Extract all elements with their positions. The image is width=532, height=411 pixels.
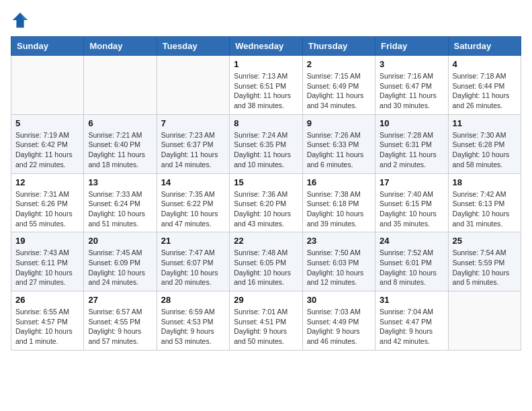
day-info: Sunrise: 6:55 AM Sunset: 4:57 PM Dayligh… <box>15 307 79 347</box>
day-number: 11 <box>453 118 517 128</box>
calendar-cell: 18Sunrise: 7:42 AM Sunset: 6:13 PM Dayli… <box>448 173 521 232</box>
calendar-cell: 13Sunrise: 7:33 AM Sunset: 6:24 PM Dayli… <box>84 173 157 232</box>
day-info: Sunrise: 7:21 AM Sunset: 6:40 PM Dayligh… <box>88 130 152 170</box>
day-number: 29 <box>234 295 298 305</box>
calendar-cell <box>157 56 229 115</box>
day-number: 2 <box>307 59 371 69</box>
day-number: 17 <box>380 177 443 187</box>
day-header-tuesday: Tuesday <box>157 37 229 56</box>
day-info: Sunrise: 7:40 AM Sunset: 6:15 PM Dayligh… <box>380 189 443 229</box>
calendar-cell: 26Sunrise: 6:55 AM Sunset: 4:57 PM Dayli… <box>11 291 84 351</box>
day-number: 10 <box>380 118 443 128</box>
page-header <box>11 11 521 30</box>
day-header-thursday: Thursday <box>302 37 375 56</box>
day-info: Sunrise: 7:30 AM Sunset: 6:28 PM Dayligh… <box>453 130 517 170</box>
calendar-cell: 17Sunrise: 7:40 AM Sunset: 6:15 PM Dayli… <box>375 173 448 232</box>
calendar-week-row: 1Sunrise: 7:13 AM Sunset: 6:51 PM Daylig… <box>11 56 521 115</box>
calendar-cell: 27Sunrise: 6:57 AM Sunset: 4:55 PM Dayli… <box>84 291 157 351</box>
day-header-friday: Friday <box>375 37 448 56</box>
day-number: 1 <box>234 59 298 69</box>
day-info: Sunrise: 7:33 AM Sunset: 6:24 PM Dayligh… <box>88 189 152 229</box>
calendar-cell: 6Sunrise: 7:21 AM Sunset: 6:40 PM Daylig… <box>84 114 157 173</box>
day-number: 15 <box>234 177 298 187</box>
calendar-header-row: SundayMondayTuesdayWednesdayThursdayFrid… <box>11 37 521 56</box>
calendar-cell: 11Sunrise: 7:30 AM Sunset: 6:28 PM Dayli… <box>448 114 521 173</box>
day-info: Sunrise: 7:18 AM Sunset: 6:44 PM Dayligh… <box>453 71 517 111</box>
day-info: Sunrise: 7:54 AM Sunset: 5:59 PM Dayligh… <box>453 248 517 287</box>
day-number: 6 <box>88 118 152 128</box>
day-info: Sunrise: 7:38 AM Sunset: 6:18 PM Dayligh… <box>307 189 371 229</box>
calendar-cell: 12Sunrise: 7:31 AM Sunset: 6:26 PM Dayli… <box>11 173 84 232</box>
logo <box>11 11 32 30</box>
calendar-cell: 30Sunrise: 7:03 AM Sunset: 4:49 PM Dayli… <box>302 291 375 351</box>
day-info: Sunrise: 7:13 AM Sunset: 6:51 PM Dayligh… <box>234 71 298 111</box>
day-info: Sunrise: 7:35 AM Sunset: 6:22 PM Dayligh… <box>161 189 225 229</box>
calendar-cell <box>11 56 84 115</box>
day-info: Sunrise: 7:04 AM Sunset: 4:47 PM Dayligh… <box>380 307 443 347</box>
day-number: 24 <box>380 236 443 246</box>
day-info: Sunrise: 7:47 AM Sunset: 6:07 PM Dayligh… <box>161 248 225 287</box>
calendar-cell: 22Sunrise: 7:48 AM Sunset: 6:05 PM Dayli… <box>230 232 302 291</box>
calendar-table: SundayMondayTuesdayWednesdayThursdayFrid… <box>11 36 521 351</box>
day-info: Sunrise: 7:50 AM Sunset: 6:03 PM Dayligh… <box>307 248 371 287</box>
day-info: Sunrise: 7:16 AM Sunset: 6:47 PM Dayligh… <box>380 71 443 111</box>
calendar-cell: 10Sunrise: 7:28 AM Sunset: 6:31 PM Dayli… <box>375 114 448 173</box>
calendar-cell: 8Sunrise: 7:24 AM Sunset: 6:35 PM Daylig… <box>230 114 302 173</box>
day-info: Sunrise: 7:42 AM Sunset: 6:13 PM Dayligh… <box>453 189 517 229</box>
day-number: 8 <box>234 118 298 128</box>
calendar-week-row: 19Sunrise: 7:43 AM Sunset: 6:11 PM Dayli… <box>11 232 521 291</box>
calendar-cell: 9Sunrise: 7:26 AM Sunset: 6:33 PM Daylig… <box>302 114 375 173</box>
day-number: 16 <box>307 177 371 187</box>
calendar-cell: 7Sunrise: 7:23 AM Sunset: 6:37 PM Daylig… <box>157 114 229 173</box>
calendar-week-row: 12Sunrise: 7:31 AM Sunset: 6:26 PM Dayli… <box>11 173 521 232</box>
calendar-cell: 21Sunrise: 7:47 AM Sunset: 6:07 PM Dayli… <box>157 232 229 291</box>
day-info: Sunrise: 7:19 AM Sunset: 6:42 PM Dayligh… <box>15 130 79 170</box>
day-number: 27 <box>88 295 152 305</box>
day-info: Sunrise: 7:15 AM Sunset: 6:49 PM Dayligh… <box>307 71 371 111</box>
day-number: 21 <box>161 236 225 246</box>
calendar-cell: 4Sunrise: 7:18 AM Sunset: 6:44 PM Daylig… <box>448 56 521 115</box>
calendar-cell: 28Sunrise: 6:59 AM Sunset: 4:53 PM Dayli… <box>157 291 229 351</box>
calendar-cell <box>84 56 157 115</box>
day-number: 19 <box>15 236 79 246</box>
calendar-cell: 24Sunrise: 7:52 AM Sunset: 6:01 PM Dayli… <box>375 232 448 291</box>
day-info: Sunrise: 7:23 AM Sunset: 6:37 PM Dayligh… <box>161 130 225 170</box>
day-header-saturday: Saturday <box>448 37 521 56</box>
day-info: Sunrise: 7:01 AM Sunset: 4:51 PM Dayligh… <box>234 307 298 347</box>
calendar-cell: 20Sunrise: 7:45 AM Sunset: 6:09 PM Dayli… <box>84 232 157 291</box>
day-number: 3 <box>380 59 443 69</box>
day-number: 30 <box>307 295 371 305</box>
day-number: 20 <box>88 236 152 246</box>
calendar-cell: 5Sunrise: 7:19 AM Sunset: 6:42 PM Daylig… <box>11 114 84 173</box>
day-number: 26 <box>15 295 79 305</box>
calendar-cell: 15Sunrise: 7:36 AM Sunset: 6:20 PM Dayli… <box>230 173 302 232</box>
day-number: 7 <box>161 118 225 128</box>
day-number: 23 <box>307 236 371 246</box>
day-number: 31 <box>380 295 443 305</box>
day-info: Sunrise: 7:24 AM Sunset: 6:35 PM Dayligh… <box>234 130 298 170</box>
day-number: 28 <box>161 295 225 305</box>
day-info: Sunrise: 7:28 AM Sunset: 6:31 PM Dayligh… <box>380 130 443 170</box>
day-header-sunday: Sunday <box>11 37 84 56</box>
day-info: Sunrise: 7:52 AM Sunset: 6:01 PM Dayligh… <box>380 248 443 287</box>
day-number: 18 <box>453 177 517 187</box>
day-info: Sunrise: 7:43 AM Sunset: 6:11 PM Dayligh… <box>15 248 79 287</box>
day-info: Sunrise: 6:57 AM Sunset: 4:55 PM Dayligh… <box>88 307 152 347</box>
calendar-cell: 25Sunrise: 7:54 AM Sunset: 5:59 PM Dayli… <box>448 232 521 291</box>
day-header-monday: Monday <box>84 37 157 56</box>
day-info: Sunrise: 7:31 AM Sunset: 6:26 PM Dayligh… <box>15 189 79 229</box>
day-header-wednesday: Wednesday <box>230 37 302 56</box>
calendar-week-row: 26Sunrise: 6:55 AM Sunset: 4:57 PM Dayli… <box>11 291 521 351</box>
logo-icon <box>11 11 30 30</box>
day-info: Sunrise: 6:59 AM Sunset: 4:53 PM Dayligh… <box>161 307 225 347</box>
calendar-cell: 19Sunrise: 7:43 AM Sunset: 6:11 PM Dayli… <box>11 232 84 291</box>
calendar-cell: 3Sunrise: 7:16 AM Sunset: 6:47 PM Daylig… <box>375 56 448 115</box>
calendar-cell: 14Sunrise: 7:35 AM Sunset: 6:22 PM Dayli… <box>157 173 229 232</box>
day-info: Sunrise: 7:26 AM Sunset: 6:33 PM Dayligh… <box>307 130 371 170</box>
day-info: Sunrise: 7:45 AM Sunset: 6:09 PM Dayligh… <box>88 248 152 287</box>
day-number: 4 <box>453 59 517 69</box>
day-number: 9 <box>307 118 371 128</box>
day-number: 5 <box>15 118 79 128</box>
day-number: 14 <box>161 177 225 187</box>
day-info: Sunrise: 7:36 AM Sunset: 6:20 PM Dayligh… <box>234 189 298 229</box>
